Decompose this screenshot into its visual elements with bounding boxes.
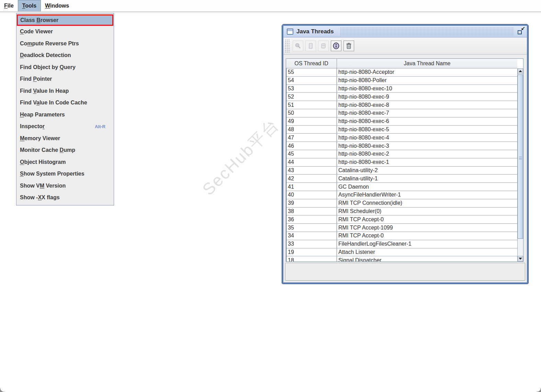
menu-item-compute-reverse-ptrs[interactable]: Compute Reverse Ptrs — [16, 38, 114, 50]
thread-row[interactable]: 39RMI TCP Connection(idle) — [286, 199, 517, 208]
java-thread-name-cell: GC Daemon — [337, 183, 517, 191]
menu-item-label: Heap Parameters — [20, 112, 65, 118]
scrollbar-thumb[interactable] — [518, 75, 523, 239]
window-icon — [287, 29, 293, 35]
menu-item-label: Memory Viewer — [20, 135, 60, 142]
thread-row[interactable]: 35RMI TCP Accept-1099 — [286, 224, 517, 232]
menu-item-show-system-properties[interactable]: Show System Properties — [16, 168, 114, 180]
thread-row[interactable]: 49http-nio-8080-exec-6 — [286, 117, 517, 126]
trash-button[interactable] — [343, 41, 354, 51]
os-thread-id-cell: 47 — [286, 134, 337, 142]
down-arrow-icon — [519, 258, 522, 260]
thread-row[interactable]: 19Attach Listener — [286, 248, 517, 257]
thread-row[interactable]: 42Catalina-utility-1 — [286, 175, 517, 183]
os-thread-id-cell: 35 — [286, 224, 337, 232]
thread-row[interactable]: 34RMI TCP Accept-0 — [286, 232, 517, 240]
menu-item-find-pointer[interactable]: Find Pointer — [16, 73, 114, 85]
up-arrow-icon — [519, 70, 522, 72]
menu-item-label: Find Pointer — [20, 76, 52, 82]
status-panel — [285, 263, 525, 281]
search-button[interactable] — [293, 41, 303, 51]
thread-row[interactable]: 47http-nio-8080-exec-4 — [286, 134, 517, 142]
java-thread-name-cell: http-nio-8080-exec-9 — [337, 93, 517, 101]
menu-item-label: Inspector — [20, 123, 45, 130]
menu-item-show-vm-version[interactable]: Show VM Version — [16, 180, 114, 192]
os-thread-id-cell: 55 — [286, 68, 337, 76]
os-thread-id-cell: 40 — [286, 191, 337, 199]
menu-item-label: Show System Properties — [20, 171, 84, 177]
menu-item-inspector[interactable]: InspectorAlt-R — [16, 121, 114, 133]
thread-row[interactable]: 33FileHandlerLogFilesCleaner-1 — [286, 240, 517, 248]
toolbar-drag-handle[interactable] — [285, 39, 290, 53]
menu-item-heap-parameters[interactable]: Heap Parameters — [16, 109, 114, 121]
menu-item-label: File — [4, 3, 14, 9]
java-threads-titlebar[interactable]: Java Threads ↙ — [283, 26, 527, 37]
os-thread-id-cell: 48 — [286, 126, 337, 134]
thread-row[interactable]: 51http-nio-8080-exec-8 — [286, 101, 517, 109]
os-thread-id-cell: 49 — [286, 117, 337, 125]
thread-row[interactable]: 18Signal Dispatcher — [286, 256, 517, 261]
thread-row[interactable]: 48http-nio-8080-exec-5 — [286, 126, 517, 134]
thread-row[interactable]: 46http-nio-8080-exec-3 — [286, 142, 517, 150]
scrollbar-grip-icon — [519, 157, 522, 159]
thread-row[interactable]: 43Catalina-utility-2 — [286, 167, 517, 175]
restore-window-button[interactable]: ↙ — [516, 27, 525, 36]
menu-item-class-browser[interactable]: Class Browser — [17, 14, 113, 26]
restore-square-icon — [518, 30, 522, 34]
menu-item-code-viewer[interactable]: Code Viewer — [16, 26, 114, 38]
stack-trace-button[interactable] — [318, 41, 329, 51]
document-button[interactable] — [305, 41, 316, 51]
vertical-scrollbar[interactable] — [517, 68, 523, 261]
menu-item-find-value-in-heap[interactable]: Find Value In Heap — [16, 85, 114, 97]
java-thread-name-cell: http-nio-8080-exec-8 — [337, 101, 517, 109]
thread-row[interactable]: 45http-nio-8080-exec-2 — [286, 150, 517, 158]
thread-row[interactable]: 41GC Daemon — [286, 183, 517, 191]
threads-toolbar — [283, 37, 527, 55]
table-header: OS Thread ID Java Thread Name — [286, 59, 517, 68]
menu-item-deadlock-detection[interactable]: Deadlock Detection — [16, 49, 114, 61]
scroll-down-button[interactable] — [518, 256, 523, 261]
menu-item-show-xx-flags[interactable]: Show -XX flags — [16, 192, 114, 204]
menu-item-monitor-cache-dump[interactable]: Monitor Cache Dump — [16, 144, 114, 156]
menubar-item-file[interactable]: File — [0, 0, 18, 11]
thread-row[interactable]: 52http-nio-8080-exec-9 — [286, 93, 517, 101]
thread-row[interactable]: 38RMI Scheduler(0) — [286, 208, 517, 216]
os-thread-id-cell: 19 — [286, 248, 337, 256]
thread-row[interactable]: 50http-nio-8080-exec-7 — [286, 109, 517, 117]
inspect-thread-button[interactable] — [331, 41, 341, 51]
menu-item-label: Deadlock Detection — [20, 52, 71, 58]
menu-item-memory-viewer[interactable]: Memory Viewer — [16, 133, 114, 145]
menu-item-object-histogram[interactable]: Object Histogram — [16, 156, 114, 168]
scroll-up-button[interactable] — [518, 68, 523, 74]
thread-row[interactable]: 44http-nio-8080-exec-1 — [286, 158, 517, 167]
java-thread-name-cell: http-nio-8080-exec-4 — [337, 134, 517, 142]
os-thread-id-cell: 52 — [286, 93, 337, 101]
os-thread-id-cell: 38 — [286, 208, 337, 215]
os-thread-id-cell: 54 — [286, 77, 337, 85]
inspect-thread-icon — [333, 42, 340, 49]
thread-row[interactable]: 40AsyncFileHandlerWriter-1 — [286, 191, 517, 199]
menubar-item-windows[interactable]: Windows — [41, 0, 73, 11]
menubar-item-tools[interactable]: Tools — [18, 0, 41, 11]
thread-row[interactable]: 55http-nio-8080-Acceptor — [286, 68, 517, 77]
java-thread-name-cell: http-nio-8080-exec-5 — [337, 126, 517, 134]
java-thread-name-cell: http-nio-8080-exec-1 — [337, 158, 517, 166]
os-thread-id-cell: 45 — [286, 150, 337, 158]
java-thread-name-cell: http-nio-8080-Acceptor — [337, 68, 517, 76]
stack-trace-icon — [320, 43, 327, 49]
thread-row[interactable]: 53http-nio-8080-exec-10 — [286, 85, 517, 93]
thread-row[interactable]: 36RMI TCP Accept-0 — [286, 215, 517, 224]
java-threads-window: Java Threads ↙ OS Thread ID Java Thread … — [282, 24, 528, 284]
column-header-os-thread-id[interactable]: OS Thread ID — [286, 59, 337, 68]
os-thread-id-cell: 51 — [286, 101, 337, 109]
menu-item-find-value-in-code-cache[interactable]: Find Value In Code Cache — [16, 97, 114, 109]
column-header-java-thread-name[interactable]: Java Thread Name — [337, 59, 517, 68]
table-body: 55http-nio-8080-Acceptor54http-nio-8080-… — [286, 68, 517, 261]
menu-item-find-object-by-query[interactable]: Find Object by Query — [16, 61, 114, 74]
os-thread-id-cell: 39 — [286, 199, 337, 207]
java-thread-name-cell: FileHandlerLogFilesCleaner-1 — [337, 240, 517, 248]
window-corner-bottom-right — [537, 388, 541, 392]
menu-item-label: Monitor Cache Dump — [20, 147, 75, 153]
menu-item-label: Tools — [22, 3, 36, 9]
thread-row[interactable]: 54http-nio-8080-Poller — [286, 77, 517, 85]
